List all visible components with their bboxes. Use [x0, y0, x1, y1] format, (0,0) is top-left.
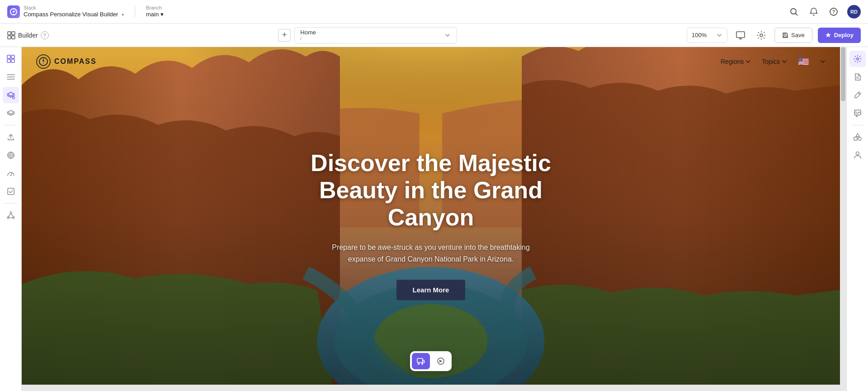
sidebar-divider-2: [5, 203, 17, 204]
right-sidebar-icon-image-transfer[interactable]: [849, 105, 866, 121]
nav-topics-link[interactable]: Topics: [762, 58, 787, 65]
nav-regions-chevron: [745, 59, 751, 64]
svg-point-69: [856, 58, 859, 60]
nav-regions-link[interactable]: Regions: [721, 58, 751, 65]
svg-marker-64: [42, 61, 44, 65]
bottom-tool-personalize-icon[interactable]: [412, 353, 430, 369]
bottom-tool-preview-icon[interactable]: [432, 353, 450, 369]
save-icon: [782, 32, 788, 38]
sidebar-divider-1: [5, 125, 17, 125]
brand-info: Stack Compass Personalize Visual Builder…: [24, 5, 124, 18]
sidebar-icon-upload[interactable]: [3, 129, 19, 145]
search-icon[interactable]: [788, 5, 800, 18]
zoom-selector[interactable]: 100%: [687, 28, 727, 43]
brand-section: Stack Compass Personalize Visual Builder…: [7, 5, 124, 18]
sidebar-icon-grid[interactable]: [3, 51, 19, 67]
preview-nav: COMPASS Regions Topics 🇺🇸: [22, 47, 840, 76]
vertical-scrollbar[interactable]: [840, 47, 846, 385]
svg-rect-22: [11, 59, 14, 62]
topbar: Stack Compass Personalize Visual Builder…: [0, 0, 868, 24]
deploy-icon: [825, 32, 831, 38]
brand-name: Compass Personalize Visual Builder ▾: [24, 11, 124, 18]
sidebar-icon-checklist[interactable]: [3, 183, 19, 200]
right-sidebar-icon-settings[interactable]: [849, 51, 866, 67]
svg-point-77: [856, 152, 859, 155]
svg-line-72: [858, 93, 860, 95]
hero-title: Discover the Majestic Beauty in the Gran…: [295, 150, 566, 231]
branch-section: Branch main ▾: [146, 5, 164, 18]
brand-logo-icon: [7, 5, 20, 18]
builder-center: + Home /: [54, 27, 681, 43]
sidebar-icon-target[interactable]: [3, 147, 19, 163]
sidebar-icon-layers[interactable]: [3, 105, 19, 121]
topbar-icons: ? RD: [788, 5, 861, 19]
right-sidebar-icon-shapes[interactable]: [849, 129, 866, 145]
svg-rect-20: [11, 55, 14, 58]
hero-cta-button[interactable]: Learn More: [396, 280, 466, 300]
page-selector[interactable]: Home /: [294, 27, 457, 43]
svg-point-38: [10, 175, 11, 176]
builder-help-icon[interactable]: ?: [41, 31, 49, 39]
svg-point-66: [418, 363, 420, 365]
user-avatar[interactable]: RD: [847, 5, 861, 19]
canvas-area[interactable]: COMPASS Regions Topics 🇺🇸: [22, 47, 846, 391]
save-button[interactable]: Save: [774, 28, 812, 43]
hero-subtitle: Prepare to be awe-struck as you venture …: [322, 242, 539, 265]
preview-logo-text: COMPASS: [54, 57, 97, 66]
zoom-value: 100%: [692, 32, 707, 38]
sidebar-icon-layers-add[interactable]: [3, 87, 19, 103]
sidebar-icon-gauge[interactable]: [3, 165, 19, 181]
svg-rect-75: [854, 137, 857, 140]
bell-icon[interactable]: [807, 5, 820, 18]
help-icon[interactable]: ?: [827, 5, 840, 18]
branch-value[interactable]: main ▾: [146, 11, 164, 18]
svg-point-76: [858, 137, 861, 140]
topbar-divider: [135, 6, 135, 17]
svg-point-74: [855, 111, 856, 112]
right-sidebar: [846, 47, 868, 391]
right-sidebar-icon-person[interactable]: [849, 147, 866, 163]
svg-text:?: ?: [832, 9, 835, 14]
deploy-button[interactable]: Deploy: [818, 28, 861, 43]
right-sidebar-icon-document[interactable]: [849, 69, 866, 85]
svg-point-67: [422, 363, 423, 365]
branch-label: Branch: [146, 5, 164, 11]
svg-point-40: [10, 212, 12, 214]
builder-right: 100% Save: [687, 28, 861, 43]
settings-icon[interactable]: [754, 28, 769, 43]
page-selector-chevron-icon: [444, 32, 451, 39]
nav-flag-icon[interactable]: 🇺🇸: [798, 56, 809, 67]
scrollbar-thumb[interactable]: [841, 47, 845, 101]
brand-chevron-icon: ▾: [122, 12, 124, 17]
desktop-view-icon[interactable]: [733, 28, 748, 43]
preview-nav-links: Regions Topics 🇺🇸: [721, 56, 826, 67]
zoom-chevron-icon: [716, 32, 722, 38]
preview-logo: COMPASS: [36, 54, 97, 69]
left-sidebar: [0, 47, 22, 391]
page-name: Home: [300, 29, 316, 36]
svg-rect-9: [8, 32, 11, 35]
svg-line-44: [11, 214, 14, 217]
nav-flag-chevron: [820, 59, 826, 64]
svg-rect-18: [783, 36, 787, 37]
svg-rect-65: [417, 358, 423, 362]
svg-point-16: [760, 34, 763, 37]
bottom-toolbar: [410, 351, 452, 371]
horizontal-scrollbar[interactable]: [22, 385, 846, 391]
builder-label: Builder ?: [7, 31, 49, 39]
svg-rect-19: [7, 55, 10, 58]
main-content: COMPASS Regions Topics 🇺🇸: [0, 47, 868, 391]
hero-content: Discover the Majestic Beauty in the Gran…: [295, 150, 566, 300]
sidebar-icon-network[interactable]: [3, 207, 19, 224]
svg-rect-10: [12, 32, 15, 35]
svg-rect-17: [784, 33, 786, 34]
sidebar-icon-list[interactable]: [3, 69, 19, 85]
svg-rect-21: [7, 59, 10, 62]
page-path: /: [300, 36, 316, 41]
add-page-button[interactable]: +: [278, 29, 291, 42]
svg-rect-11: [8, 36, 11, 39]
nav-topics-chevron: [782, 59, 787, 64]
preview-frame: COMPASS Regions Topics 🇺🇸: [22, 47, 840, 385]
branch-chevron-icon: ▾: [160, 11, 164, 18]
right-sidebar-icon-edit[interactable]: [849, 87, 866, 103]
